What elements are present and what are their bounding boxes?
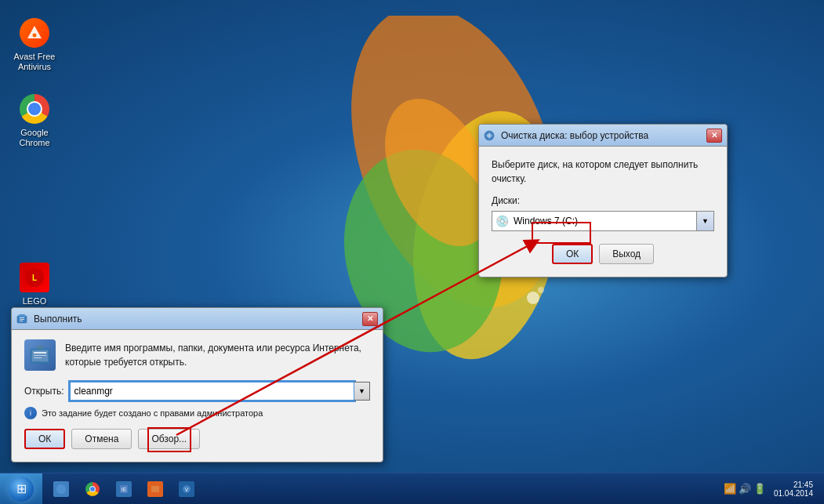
taskbar: ⊞ — [0, 473, 824, 504]
svg-rect-16 — [34, 352, 46, 354]
svg-text:L: L — [32, 274, 37, 282]
taskbar-icon-1 — [53, 481, 69, 497]
svg-rect-11 — [20, 317, 24, 318]
disk-select-arrow[interactable]: ▼ — [697, 211, 714, 231]
taskbar-item-5[interactable]: V — [171, 475, 202, 503]
svg-point-25 — [56, 484, 66, 494]
disk-titlebar-icon — [484, 129, 496, 142]
run-header: Введите имя программы, папки, документа … — [24, 339, 370, 371]
svg-point-5 — [538, 287, 544, 293]
svg-rect-12 — [20, 319, 24, 320]
svg-rect-13 — [20, 321, 23, 321]
svg-point-4 — [527, 292, 539, 304]
svg-rect-18 — [34, 357, 42, 358]
taskbar-item-2[interactable] — [77, 475, 108, 503]
run-description: Введите имя программы, папки, документа … — [65, 339, 370, 369]
svg-rect-17 — [34, 355, 46, 356]
tray-icons: 📶 🔊 🔋 — [724, 483, 766, 495]
avast-icon-label: Avast Free Antivirus — [10, 52, 59, 72]
clock-date: 01.04.2014 — [774, 489, 813, 498]
run-admin-row: i Это задание будет создано с правами ад… — [24, 407, 370, 419]
clock-time: 21:45 — [774, 480, 813, 489]
disk-drive-icon: 💿 — [495, 215, 509, 227]
run-titlebar-icon — [16, 313, 29, 325]
run-dialog-close-button[interactable]: ✕ — [362, 312, 378, 326]
tray-icon-volume[interactable]: 🔊 — [739, 483, 751, 495]
desktop-icon-chrome[interactable]: GoogleChrome — [7, 90, 62, 151]
desktop: Avast Free Antivirus GoogleChrome L LEGO… — [0, 0, 824, 504]
taskbar-icon-3: IE — [116, 481, 132, 497]
svg-rect-28 — [151, 486, 159, 492]
run-dropdown-button[interactable]: ▼ — [354, 382, 370, 401]
run-cancel-button[interactable]: Отмена — [71, 429, 132, 449]
chrome-icon-label: GoogleChrome — [19, 128, 49, 148]
svg-point-6 — [33, 34, 37, 38]
run-input-field[interactable] — [70, 382, 354, 401]
lego-icon: L — [19, 262, 50, 293]
svg-rect-10 — [19, 314, 25, 317]
disk-dialog-controls: ✕ — [706, 129, 722, 143]
disk-combo-row: 💿 Windows 7 (C:) ▼ — [492, 211, 714, 231]
disk-dialog-title: Очистка диска: выбор устройства — [501, 130, 706, 141]
run-program-icon — [24, 339, 56, 371]
system-clock[interactable]: 21:45 01.04.2014 — [769, 479, 818, 499]
taskbar-icon-5: V — [179, 481, 194, 497]
system-tray: 📶 🔊 🔋 21:45 01.04.2014 — [717, 473, 824, 504]
chrome-icon — [19, 93, 50, 125]
disk-description: Выберите диск, на котором следует выполн… — [492, 158, 714, 186]
disk-ok-button[interactable]: ОК — [552, 244, 593, 264]
disk-dialog-titlebar[interactable]: Очистка диска: выбор устройства ✕ — [479, 125, 727, 147]
disk-dialog-close-button[interactable]: ✕ — [706, 129, 722, 143]
disk-cleanup-dialog: Очистка диска: выбор устройства ✕ Выбери… — [478, 124, 728, 277]
run-dialog-title: Выполнить — [34, 314, 362, 325]
windows-logo: ⊞ — [16, 481, 27, 496]
taskbar-item-3[interactable]: IE — [108, 475, 140, 503]
disk-cancel-button[interactable]: Выход — [599, 244, 654, 264]
run-open-label: Открыть: — [24, 386, 64, 397]
disk-select-value: Windows 7 (C:) — [514, 216, 693, 227]
start-orb: ⊞ — [9, 477, 34, 502]
disk-buttons: ОК Выход — [492, 244, 714, 264]
run-browse-button[interactable]: Обзор... — [138, 429, 200, 449]
taskbar-items: IE V — [42, 473, 717, 504]
taskbar-item-4[interactable] — [140, 475, 171, 503]
run-admin-icon: i — [24, 407, 37, 419]
run-dialog-titlebar[interactable]: Выполнить ✕ — [12, 308, 383, 330]
taskbar-icon-2 — [85, 481, 100, 497]
start-button[interactable]: ⊞ — [0, 473, 42, 505]
run-input-combo: ▼ — [70, 382, 370, 401]
run-dialog-controls: ✕ — [362, 312, 378, 326]
tray-icon-battery[interactable]: 🔋 — [753, 483, 766, 495]
taskbar-item-1[interactable] — [45, 475, 77, 503]
tray-icon-network[interactable]: 📶 — [724, 483, 736, 495]
disk-select[interactable]: 💿 Windows 7 (C:) — [492, 211, 697, 231]
run-input-row: Открыть: ▼ — [24, 382, 370, 401]
desktop-icon-avast[interactable]: Avast Free Antivirus — [7, 14, 62, 75]
svg-rect-19 — [37, 346, 43, 349]
taskbar-icon-4 — [147, 481, 163, 497]
run-admin-text: Это задание будет создано с правами адми… — [42, 408, 263, 418]
run-ok-button[interactable]: ОК — [24, 429, 65, 449]
svg-text:V: V — [185, 487, 189, 492]
disk-disks-label: Диски: — [492, 195, 714, 206]
run-buttons: ОК Отмена Обзор... — [24, 429, 370, 449]
svg-text:IE: IE — [122, 487, 127, 492]
run-dialog: Выполнить ✕ Введите имя программы, — [11, 307, 383, 462]
avast-icon — [19, 17, 50, 49]
